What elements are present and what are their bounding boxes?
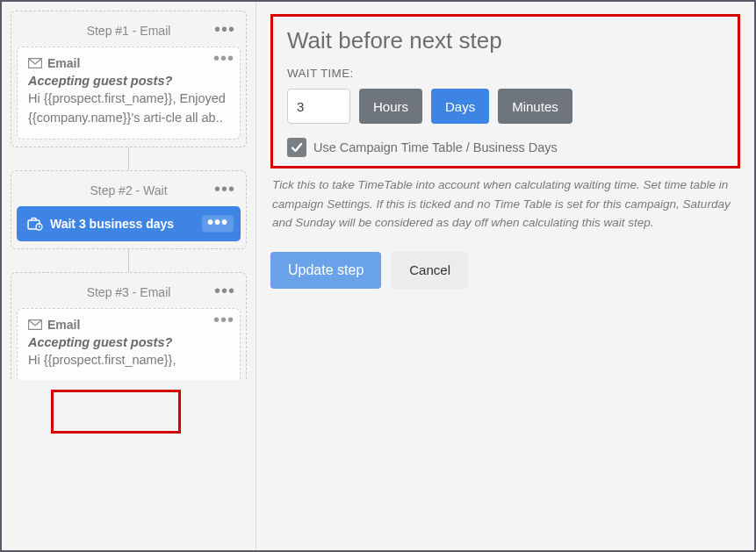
email-subject: Accepting guest posts? xyxy=(28,74,229,88)
highlight-form-box: Wait before next step WAIT TIME: Hours D… xyxy=(270,14,740,168)
wait-value-input[interactable] xyxy=(287,89,350,124)
wait-menu-icon[interactable]: ••• xyxy=(202,215,234,232)
step-card-3[interactable]: Step #3 - Email ••• ••• Email Accepting … xyxy=(11,272,247,381)
step-card-2[interactable]: Step #2 - Wait ••• Wait 3 business days … xyxy=(11,170,247,249)
email-title: Email xyxy=(47,318,80,332)
hint-text: Tick this to take TimeTable into account… xyxy=(272,176,738,233)
wait-label: Wait 3 business days xyxy=(50,217,174,231)
steps-sidebar: Step #1 - Email ••• ••• Email Accepting … xyxy=(2,2,256,550)
business-days-checkbox[interactable] xyxy=(287,138,306,157)
envelope-icon xyxy=(28,319,42,330)
step-header-label: Step #2 - Wait xyxy=(90,183,167,197)
email-body: Hi {{prospect.first_name}}, xyxy=(28,351,229,370)
unit-days-button[interactable]: Days xyxy=(431,89,489,124)
business-days-label: Use Campaign Time Table / Business Days xyxy=(313,140,558,154)
wait-pill[interactable]: Wait 3 business days ••• xyxy=(17,206,241,241)
step-header-label: Step #3 - Email xyxy=(87,285,171,299)
email-body: Hi {{prospect.first_name}}, Enjoyed {{co… xyxy=(28,90,229,128)
step-menu-icon[interactable]: ••• xyxy=(214,20,235,38)
step-menu-icon[interactable]: ••• xyxy=(214,282,235,299)
email-menu-icon[interactable]: ••• xyxy=(213,311,234,328)
step-card-1[interactable]: Step #1 - Email ••• ••• Email Accepting … xyxy=(11,11,247,147)
panel-title: Wait before next step xyxy=(287,27,724,54)
unit-minutes-button[interactable]: Minutes xyxy=(498,89,572,124)
main-panel: Wait before next step WAIT TIME: Hours D… xyxy=(256,2,754,550)
connector-line xyxy=(128,147,129,170)
envelope-icon xyxy=(28,58,42,68)
email-card[interactable]: ••• Email Accepting guest posts? Hi {{pr… xyxy=(17,47,241,140)
email-title: Email xyxy=(47,56,80,70)
wait-time-label: WAIT TIME: xyxy=(287,67,724,80)
email-card[interactable]: ••• Email Accepting guest posts? Hi {{pr… xyxy=(17,308,241,381)
update-step-button[interactable]: Update step xyxy=(270,252,381,289)
highlight-step3 xyxy=(51,390,181,434)
step-header-label: Step #1 - Email xyxy=(87,24,171,38)
cancel-button[interactable]: Cancel xyxy=(392,252,468,289)
briefcase-clock-icon xyxy=(27,217,43,231)
email-menu-icon[interactable]: ••• xyxy=(213,49,234,67)
email-subject: Accepting guest posts? xyxy=(28,335,229,349)
unit-hours-button[interactable]: Hours xyxy=(359,89,422,124)
connector-line xyxy=(128,249,129,272)
step-menu-icon[interactable]: ••• xyxy=(214,180,235,197)
